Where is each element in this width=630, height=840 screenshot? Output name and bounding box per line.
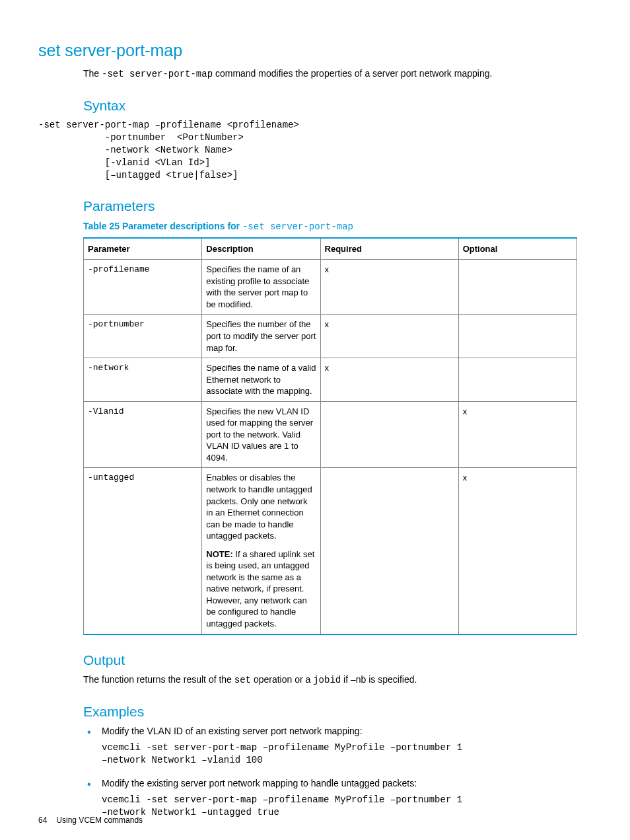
intro-post: command modifies the properties of a ser…	[213, 68, 492, 79]
example-code: vcemcli -set server-port-map –profilenam…	[102, 794, 577, 819]
cell-opt	[458, 358, 577, 402]
intro-pre: The	[83, 68, 102, 79]
table-row: -network Specifies the name of a valid E…	[84, 358, 577, 402]
intro-code: -set server-port-map	[102, 69, 213, 79]
list-item: Modify the existing server port network …	[83, 777, 577, 819]
th-required: Required	[320, 238, 458, 260]
output-post: if –nb is specified.	[341, 674, 417, 685]
th-optional: Optional	[458, 238, 577, 260]
footer-section: Using VCEM commands	[56, 816, 143, 825]
cell-param: -network	[84, 358, 202, 402]
cell-req	[320, 401, 458, 468]
syntax-code: -set server-port-map –profilename <profi…	[38, 119, 577, 181]
example-code: vcemcli -set server-port-map –profilenam…	[102, 742, 577, 767]
table-row: -portnumber Specifies the number of the …	[84, 315, 577, 358]
output-code2: jobid	[313, 675, 341, 685]
table-caption: Table 25 Parameter descriptions for -set…	[83, 220, 577, 233]
examples-heading: Examples	[83, 703, 577, 721]
syntax-heading: Syntax	[83, 96, 577, 115]
caption-code: -set server-port-map	[242, 221, 353, 232]
th-description: Description	[202, 238, 320, 260]
cell-note: NOTE: If a shared uplink set is being us…	[206, 549, 316, 630]
output-pre: The function returns the result of the	[83, 674, 234, 685]
list-item: Modify the VLAN ID of an existing server…	[83, 725, 577, 767]
cell-req: x	[320, 358, 458, 402]
caption-prefix: Table 25 Parameter descriptions for	[83, 221, 242, 231]
cell-desc: Specifies the number of the port to modi…	[202, 315, 320, 358]
cell-opt: x	[458, 401, 577, 468]
cell-param: -portnumber	[84, 315, 202, 358]
example-text: Modify the VLAN ID of an existing server…	[102, 725, 577, 738]
cell-param: -profilename	[84, 260, 202, 315]
cell-param: -untagged	[84, 468, 202, 634]
note-text: If a shared uplink set is being used, an…	[206, 549, 314, 629]
note-label: NOTE:	[206, 549, 232, 559]
table-row: -untagged Enables or disables the networ…	[84, 468, 577, 634]
intro-paragraph: The -set server-port-map command modifie…	[83, 67, 577, 81]
cell-desc: Enables or disables the network to handl…	[202, 468, 320, 634]
parameters-heading: Parameters	[83, 197, 577, 215]
page-footer: 64Using VCEM commands	[38, 815, 143, 825]
output-heading: Output	[83, 651, 577, 669]
examples-list: Modify the VLAN ID of an existing server…	[83, 725, 577, 818]
output-mid: operation or a	[251, 674, 313, 685]
cell-req: x	[320, 315, 458, 358]
table-row: -profilename Specifies the name of an ex…	[84, 260, 577, 315]
th-parameter: Parameter	[84, 238, 202, 260]
cell-opt	[458, 260, 577, 315]
output-code1: set	[234, 675, 251, 685]
page-number: 64	[38, 816, 47, 825]
cell-desc: Specifies the name of an existing profil…	[202, 260, 320, 315]
cell-desc: Specifies the name of a valid Ethernet n…	[202, 358, 320, 402]
example-text: Modify the existing server port network …	[102, 777, 577, 790]
cell-desc-main: Enables or disables the network to handl…	[206, 472, 316, 541]
cell-desc: Specifies the new VLAN ID used for mappi…	[202, 401, 320, 468]
table-row: -Vlanid Specifies the new VLAN ID used f…	[84, 401, 577, 468]
output-paragraph: The function returns the result of the s…	[83, 673, 577, 687]
table-header-row: Parameter Description Required Optional	[84, 238, 577, 260]
cell-opt: x	[458, 468, 577, 634]
cell-opt	[458, 315, 577, 358]
cell-req	[320, 468, 458, 634]
page-title: set server-port-map	[38, 40, 577, 62]
parameters-table: Parameter Description Required Optional …	[83, 237, 577, 635]
cell-req: x	[320, 260, 458, 315]
cell-param: -Vlanid	[84, 401, 202, 468]
